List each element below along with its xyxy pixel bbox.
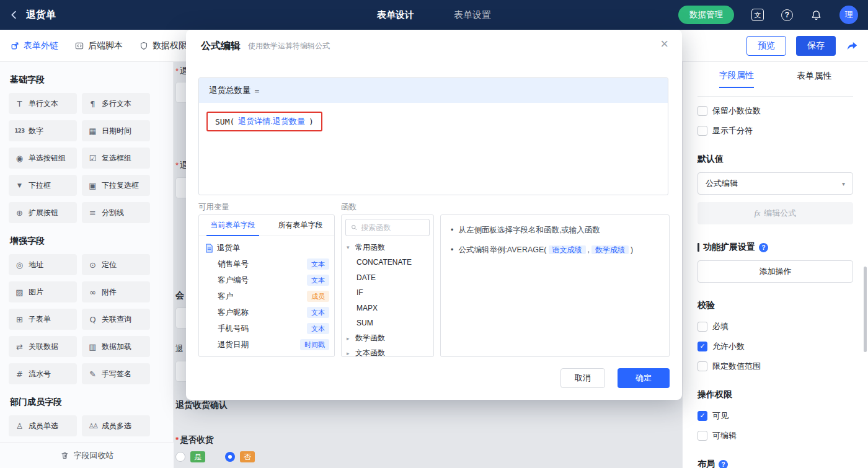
checkbox-unchecked[interactable]	[698, 106, 707, 116]
toolbar-item-backend-script[interactable]: 后端脚本	[74, 40, 123, 51]
variable-row[interactable]: 客户昵称文本	[199, 304, 334, 320]
field-item-related-data[interactable]: ⇄关联数据	[9, 336, 77, 357]
function-group-text[interactable]: ▸文本函数	[342, 346, 433, 358]
checkbox-unchecked[interactable]	[698, 431, 707, 441]
variable-row[interactable]: 客户编号文本	[199, 272, 334, 288]
field-item-label: 多行文本	[102, 99, 131, 109]
checkbox-unchecked[interactable]	[698, 361, 707, 371]
data-manage-button[interactable]: 数据管理	[678, 6, 734, 24]
field-item-image[interactable]: ▨图片	[9, 281, 77, 302]
edit-formula-button[interactable]: fx 编辑公式	[698, 202, 853, 224]
function-item[interactable]: DATE	[342, 270, 433, 286]
field-item-geolocation[interactable]: ⊙定位	[82, 254, 150, 275]
variable-row[interactable]: 退货日期时间戳	[199, 337, 334, 353]
preview-button[interactable]: 预览	[746, 36, 786, 56]
function-item[interactable]: MAPX	[342, 301, 433, 316]
tab-field-properties[interactable]: 字段属性	[719, 62, 754, 88]
add-action-button[interactable]: 添加操作	[698, 260, 853, 283]
script-icon	[74, 41, 84, 51]
confirm-button[interactable]: 确定	[618, 368, 670, 388]
tab-form-properties[interactable]: 表单属性	[797, 62, 831, 88]
option-visible[interactable]: 可见	[698, 410, 853, 422]
option-limit-range[interactable]: 限定数值范围	[698, 361, 853, 372]
option-keep-decimal[interactable]: 保留小数位数	[698, 105, 853, 117]
close-icon[interactable]: ×	[660, 37, 668, 51]
formula-highlight-box[interactable]: SUM( 退货详情.退货数量 )	[206, 112, 322, 131]
tab-form-design[interactable]: 表单设计	[377, 9, 414, 21]
save-button[interactable]: 保存	[796, 36, 836, 56]
variable-row[interactable]: 手机号码文本	[199, 320, 334, 337]
field-item-address[interactable]: ◎地址	[9, 254, 77, 275]
field-item-datetime[interactable]: ▦日期时间	[82, 120, 150, 141]
variable-row[interactable]: 客户成员	[199, 288, 334, 304]
translate-icon[interactable]: 文	[751, 9, 764, 21]
field-item-multi-line-text[interactable]: ¶多行文本	[82, 93, 150, 114]
tab-form-settings[interactable]: 表单设置	[454, 9, 491, 21]
field-item-dropdown-multi[interactable]: ▣下拉复选框	[82, 175, 150, 196]
share-icon[interactable]	[846, 40, 858, 52]
function-search-input[interactable]	[361, 223, 424, 232]
field-recycle-bin[interactable]: 字段回收站	[0, 442, 174, 468]
field-item-data-load[interactable]: ▥数据加载	[82, 336, 150, 357]
checkbox-unchecked[interactable]	[698, 126, 707, 136]
field-item-serial-number[interactable]: #流水号	[9, 363, 77, 384]
default-value-select[interactable]: 公式编辑 ▾	[698, 172, 853, 195]
user-avatar[interactable]: 理	[839, 6, 858, 24]
cancel-button[interactable]: 取消	[560, 368, 605, 388]
function-item[interactable]: IF	[342, 285, 433, 301]
checkbox-checked[interactable]	[698, 342, 707, 351]
back-button[interactable]	[9, 9, 20, 20]
checkbox-unchecked[interactable]	[698, 322, 707, 332]
checkbox-checked[interactable]	[698, 411, 707, 421]
basic-fields-grid: T单行文本 ¶多行文本 123数字 ▦日期时间 ◉单选按钮组 ☑复选框组 ▼下拉…	[9, 93, 173, 223]
formula-input-area[interactable]: SUM( 退货详情.退货数量 )	[199, 103, 668, 140]
option-required[interactable]: 必填	[698, 321, 853, 332]
field-item-divider[interactable]: ≡分割线	[82, 202, 150, 223]
function-search-box[interactable]	[345, 219, 430, 236]
field-item-member-multi[interactable]: ♙♙成员多选	[82, 415, 150, 436]
help-icon[interactable]: ?	[781, 9, 793, 21]
toolbar-item-data-permission[interactable]: 数据权限	[139, 40, 187, 51]
form-node[interactable]: 退货单	[199, 240, 334, 256]
toolbar-item-external-link[interactable]: 表单外链	[10, 40, 58, 51]
properties-panel: 字段属性 表单属性 保留小数位数 显示千分符 默认值 公式编辑 ▾ fx 编辑公…	[682, 62, 868, 468]
field-item-member-single[interactable]: ♙成员单选	[9, 415, 77, 436]
function-group-common[interactable]: ▾常用函数	[342, 240, 433, 255]
checkbox-icon: ☑	[87, 154, 98, 163]
help-tip-1: • 从左侧面板选择字段名和函数,或输入函数	[451, 224, 659, 236]
field-item-related-query[interactable]: Q关联查询	[82, 309, 150, 330]
pencil-icon: ✎	[87, 369, 98, 379]
option-thousand-separator[interactable]: 显示千分符	[698, 125, 853, 136]
divider	[698, 96, 853, 97]
tab-all-form-fields[interactable]: 所有表单字段	[267, 215, 334, 236]
option-tag-no: 否	[240, 451, 255, 462]
field-item-single-line-text[interactable]: T单行文本	[9, 93, 77, 114]
function-item[interactable]: CONCATENATE	[342, 255, 433, 270]
field-item-signature[interactable]: ✎手写签名	[82, 363, 150, 384]
variable-row[interactable]: 销售单号文本	[199, 256, 334, 272]
function-group-math[interactable]: ▸数学函数	[342, 331, 433, 346]
field-item-subform[interactable]: ⊞子表单	[9, 309, 77, 330]
scrollbar-thumb[interactable]	[864, 267, 867, 352]
functions-panel: ▾常用函数 CONCATENATE DATE IF MAPX SUM ▸数学函数…	[341, 214, 434, 357]
notification-bell-icon[interactable]	[810, 9, 822, 21]
option-allow-decimal[interactable]: 允许小数	[698, 341, 853, 352]
select-value: 公式编辑	[706, 178, 738, 189]
field-item-number[interactable]: 123数字	[9, 120, 77, 141]
help-icon[interactable]: ?	[759, 243, 768, 252]
field-item-radio-group[interactable]: ◉单选按钮组	[9, 148, 77, 169]
field-item-attachment[interactable]: ∞附件	[82, 281, 150, 302]
layout-label: 布局	[698, 459, 715, 468]
radio-no-selected[interactable]	[225, 452, 235, 462]
field-item-label: 关联数据	[29, 342, 58, 352]
field-item-checkbox-group[interactable]: ☑复选框组	[82, 148, 150, 169]
help-icon[interactable]: ?	[719, 460, 728, 468]
field-item-extend-button[interactable]: ⊕扩展按钮	[9, 202, 77, 223]
option-editable[interactable]: 可编辑	[698, 430, 853, 441]
function-item[interactable]: SUM	[342, 316, 433, 331]
calendar-icon: ▦	[87, 126, 98, 136]
tab-current-form-fields[interactable]: 当前表单字段	[199, 215, 267, 236]
field-item-dropdown[interactable]: ▼下拉框	[9, 175, 77, 196]
radio-yes[interactable]	[175, 452, 185, 462]
checkbox-label: 限定数值范围	[712, 361, 761, 372]
